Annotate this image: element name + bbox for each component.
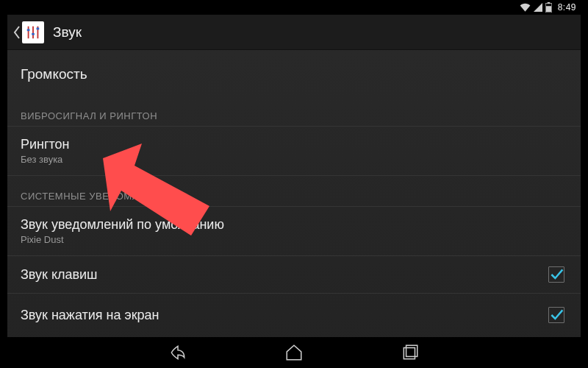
status-time: 8:49	[558, 2, 576, 13]
volume-label: Громкость	[21, 66, 87, 82]
status-bar: 8:49	[7, 0, 581, 15]
touch-checkbox[interactable]	[548, 307, 564, 323]
dialpad-sound-setting[interactable]: Звук клавиш	[7, 256, 581, 294]
nav-back-icon	[168, 343, 187, 362]
ringtone-subtitle: Без звука	[21, 154, 70, 165]
touch-sound-setting[interactable]: Звук нажатия на экран	[7, 294, 581, 325]
touch-title: Звук нажатия на экран	[21, 308, 159, 323]
svg-rect-1	[547, 2, 550, 4]
settings-list: Громкость ВИБРОСИГНАЛ И РИНГТОН Рингтон …	[7, 50, 581, 325]
check-icon	[549, 308, 564, 322]
svg-rect-8	[37, 27, 40, 29]
svg-rect-9	[404, 348, 415, 359]
notification-subtitle: Pixie Dust	[21, 234, 224, 245]
navigation-bar	[7, 337, 581, 368]
action-bar: Звук	[7, 15, 581, 50]
nav-back-button[interactable]	[168, 342, 188, 363]
notification-sound-setting[interactable]: Звук уведомлений по умолчанию Pixie Dust	[7, 207, 581, 256]
chevron-left-icon	[13, 25, 21, 40]
battery-icon	[545, 2, 552, 13]
dialpad-title: Звук клавиш	[21, 267, 98, 283]
check-icon	[549, 267, 564, 282]
ringtone-title: Рингтон	[21, 137, 70, 152]
equalizer-app-icon	[22, 21, 44, 43]
nav-home-button[interactable]	[284, 342, 304, 363]
section-header-vibro: ВИБРОСИГНАЛ И РИНГТОН	[7, 96, 581, 127]
svg-rect-10	[406, 345, 417, 356]
volume-setting[interactable]: Громкость	[7, 50, 581, 96]
ringtone-setting[interactable]: Рингтон Без звука	[7, 127, 581, 176]
svg-rect-6	[27, 29, 30, 31]
dialpad-checkbox[interactable]	[548, 266, 564, 283]
page-title: Звук	[53, 24, 82, 40]
nav-recents-button[interactable]	[400, 342, 420, 363]
signal-icon	[534, 3, 542, 12]
wifi-icon	[520, 3, 531, 12]
svg-rect-7	[32, 32, 35, 35]
svg-rect-2	[546, 6, 551, 12]
nav-home-icon	[284, 343, 304, 362]
nav-recents-icon	[401, 343, 420, 362]
section-header-system: СИСТЕМНЫЕ УВЕДОМЛЕНИЯ	[7, 176, 581, 207]
notification-title: Звук уведомлений по умолчанию	[21, 217, 224, 233]
back-button[interactable]	[13, 21, 44, 43]
